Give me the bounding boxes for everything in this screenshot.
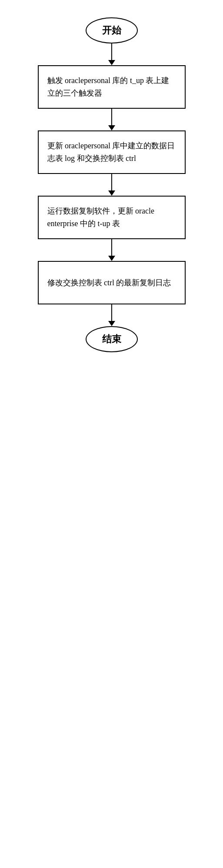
arrow-head-1 <box>108 60 115 65</box>
arrow-head-4 <box>108 256 115 261</box>
arrow-5 <box>108 304 115 326</box>
arrow-head-3 <box>108 190 115 196</box>
arrow-line-5 <box>111 304 112 321</box>
process-node-2-text: 更新 oraclepersonal 库中建立的数据日志表 log 和交换控制表 … <box>47 140 176 165</box>
process-node-1: 触发 oraclepersonal 库的 t_up 表上建立的三个触发器 <box>38 65 186 109</box>
process-node-3-text: 运行数据复制软件，更新 oracle enterprise 中的 t-up 表 <box>47 205 176 230</box>
arrow-head-5 <box>108 321 115 326</box>
arrow-head-2 <box>108 125 115 130</box>
end-node: 结束 <box>86 326 138 352</box>
arrow-4 <box>108 239 115 261</box>
arrow-line-3 <box>111 174 112 190</box>
arrow-line-1 <box>111 43 112 60</box>
process-node-4: 修改交换控制表 ctrl 的最新复制日志 <box>38 261 186 304</box>
start-label: 开始 <box>102 24 121 37</box>
arrow-3 <box>108 174 115 196</box>
arrow-line-2 <box>111 109 112 125</box>
flowchart: 开始 触发 oraclepersonal 库的 t_up 表上建立的三个触发器 … <box>9 17 214 352</box>
arrow-2 <box>108 109 115 130</box>
start-node: 开始 <box>86 17 138 43</box>
arrow-1 <box>108 43 115 65</box>
process-node-3: 运行数据复制软件，更新 oracle enterprise 中的 t-up 表 <box>38 196 186 239</box>
process-node-1-text: 触发 oraclepersonal 库的 t_up 表上建立的三个触发器 <box>47 74 176 100</box>
end-label: 结束 <box>102 333 121 346</box>
process-node-4-text: 修改交换控制表 ctrl 的最新复制日志 <box>47 277 176 289</box>
arrow-line-4 <box>111 239 112 256</box>
process-node-2: 更新 oraclepersonal 库中建立的数据日志表 log 和交换控制表 … <box>38 130 186 174</box>
